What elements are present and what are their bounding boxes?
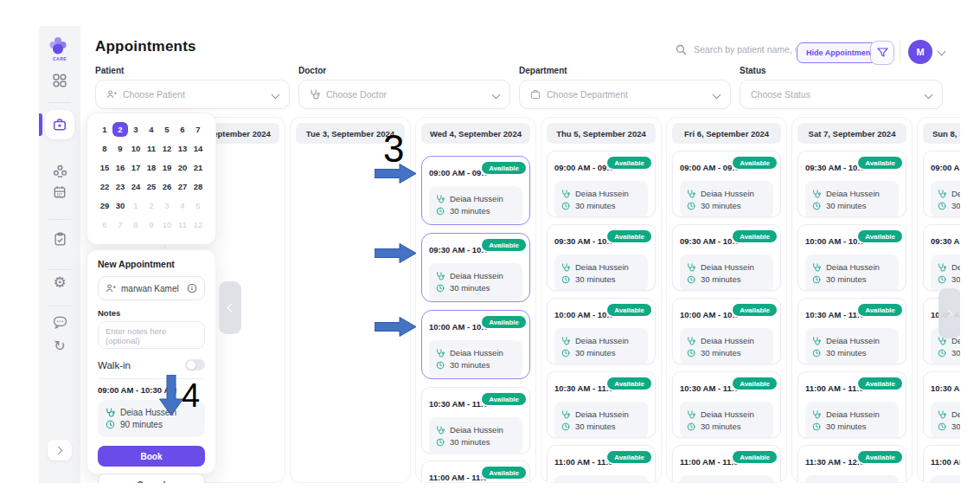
appointment-slot-card[interactable]: 09:30 AM - 10:00 AM Available Deiaa Huss… [797,151,906,217]
appointment-slot-card[interactable]: 10:00 AM - 10:30 AM Available Deiaa Huss… [547,298,656,364]
calendar-day[interactable]: 4 [175,198,190,213]
appointment-slot-card[interactable]: 11:00 AM - 11:30 AM Available Deiaa Huss… [923,445,960,483]
slot-info: Deiaa Hussein 30 minutes [931,254,960,291]
appointment-slot-card[interactable]: 11:00 AM - 11:30 AM Available Deiaa Huss… [421,461,530,483]
appointment-slot-card[interactable]: 10:00 AM - 10:30 AM Available Deiaa Huss… [421,310,530,379]
clock-icon [561,275,570,284]
calendar-day[interactable]: 16 [112,160,128,175]
calendar-day[interactable]: 8 [97,141,112,156]
calendar-day[interactable]: 14 [190,141,206,156]
calendar-day[interactable]: 22 [97,179,112,194]
book-button[interactable]: Book [98,446,205,467]
calendar-day[interactable]: 18 [144,160,159,175]
calendar-day[interactable]: 3 [128,122,144,137]
calendar-day[interactable]: 10 [128,141,144,156]
calendar-day[interactable]: 5 [190,198,206,213]
calendar-day[interactable]: 13 [175,141,190,156]
sidebar-item-appointments[interactable] [45,110,74,139]
filter-button[interactable] [870,41,894,65]
calendar-day[interactable]: 20 [175,160,190,175]
calendar-day[interactable]: 27 [175,179,190,194]
sidebar-expand-button[interactable] [48,440,72,461]
calendar-day[interactable]: 9 [112,141,128,156]
appointment-slot-card[interactable]: 10:30 AM - 11:00 AM Available Deiaa Huss… [797,298,906,364]
slot-status-badge: Available [482,162,526,174]
slot-doctor: Deiaa Hussein [701,409,754,419]
filter-select-patient[interactable]: Choose Patient [95,80,290,109]
appointment-slot-card[interactable]: 09:00 AM - 09:30 AM Available Deiaa Huss… [923,151,960,217]
sidebar-item-dashboard[interactable] [39,74,80,87]
appointment-slot-card[interactable]: 11:00 AM - 11:30 AM Available Deiaa Huss… [547,445,656,483]
sidebar-item-settings[interactable]: ⚙ [39,275,80,290]
calendar-day[interactable]: 15 [97,160,112,175]
patient-name-field[interactable]: marwan Kamel dieaa [98,276,205,300]
calendar-day[interactable]: 21 [190,160,206,175]
appointment-slot-card[interactable]: 09:30 AM - 10:00 AM Available Deiaa Huss… [672,224,781,291]
appointment-slot-card[interactable]: 09:30 AM - 10:00 AM Available Deiaa Huss… [547,224,656,291]
calendar-day[interactable]: 17 [128,160,144,175]
appointment-slot-card[interactable]: 09:30 AM - 10:00 AM Available Deiaa Huss… [421,233,530,302]
search-input[interactable] [692,43,797,55]
appointment-slot-card[interactable]: 10:30 AM - 11:00 AM Available Deiaa Huss… [923,371,960,438]
calendar-day[interactable]: 6 [175,122,190,137]
calendar-day[interactable]: 7 [190,122,206,137]
calendar-day[interactable]: 12 [159,141,175,156]
sidebar-item-reports[interactable] [39,232,80,246]
clock-icon [812,275,821,284]
calendar-day[interactable]: 10 [159,217,175,232]
filter-select-department[interactable]: Choose Department [519,80,731,109]
sidebar-item-refresh[interactable]: ↻ [39,339,80,353]
calendar-day-selected[interactable]: 2 [112,122,128,137]
calendar-day[interactable]: 5 [159,122,175,137]
slot-doctor: Deiaa Hussein [951,262,960,272]
calendar-day[interactable]: 2 [144,198,159,213]
appointment-slot-card[interactable]: 09:00 AM - 09:30 AM Available Deiaa Huss… [421,156,530,225]
calendar-day[interactable]: 11 [144,141,159,156]
calendar-day[interactable]: 6 [97,217,112,232]
calendar-day[interactable]: 29 [97,198,112,213]
chevron-down-icon[interactable] [938,48,946,56]
calendar-day[interactable]: 9 [144,217,159,232]
app-logo[interactable]: CARE [47,36,73,66]
calendar-day[interactable]: 11 [175,217,190,232]
appointment-slot-card[interactable]: 09:30 AM - 10:00 AM Available Deiaa Huss… [923,224,960,291]
search-box[interactable] [676,43,797,55]
appointment-slot-card[interactable]: 09:00 AM - 09:30 AM Available Deiaa Huss… [672,151,781,217]
calendar-day[interactable]: 8 [128,217,144,232]
calendar-day[interactable]: 30 [112,198,128,213]
walkin-toggle[interactable] [185,359,205,370]
calendar-day[interactable]: 12 [190,217,206,232]
filter-select-status[interactable]: Choose Status [740,80,943,109]
appointment-slot-card[interactable]: 11:00 AM - 11:30 AM Available Deiaa Huss… [672,445,781,483]
calendar-day[interactable]: 1 [128,198,144,213]
sidebar-item-schedule[interactable] [39,185,80,199]
appointment-slot-card[interactable]: 11:00 AM - 11:30 AM Available Deiaa Huss… [797,371,906,438]
sidebar-item-messages[interactable] [39,316,80,329]
appointment-slot-card[interactable]: 10:00 AM - 10:30 AM Available Deiaa Huss… [797,224,906,291]
scroll-right-handle[interactable] [938,288,960,338]
calendar-day[interactable]: 28 [190,179,206,194]
appointment-slot-card[interactable]: 09:00 AM - 09:30 AM Available Deiaa Huss… [547,151,656,217]
calendar-day[interactable]: 3 [159,198,175,213]
cancel-button[interactable]: Cancel [98,473,205,483]
appointment-slot-card[interactable]: 10:30 AM - 11:00 AM Available Deiaa Huss… [672,371,781,438]
appointment-slot-card[interactable]: 10:30 AM - 11:00 AM Available Deiaa Huss… [547,371,656,438]
collapse-panel-handle[interactable] [219,281,241,334]
info-icon[interactable] [187,283,197,293]
calendar-day[interactable]: 25 [144,179,159,194]
calendar-day[interactable]: 4 [144,122,159,137]
notes-input[interactable] [98,321,205,349]
avatar[interactable]: M [908,40,932,64]
appointment-slot-card[interactable]: 10:30 AM - 11:00 AM Available Deiaa Huss… [421,387,530,454]
filter-select-doctor[interactable]: Choose Doctor [298,80,510,109]
calendar-day[interactable]: 23 [112,179,128,194]
slot-info: Deiaa Hussein 30 minutes [931,181,960,217]
calendar-day[interactable]: 24 [128,179,144,194]
appointment-slot-card[interactable]: 10:00 AM - 10:30 AM Available Deiaa Huss… [672,298,781,364]
calendar-day[interactable]: 26 [159,179,175,194]
calendar-day[interactable]: 1 [97,122,112,137]
sidebar-item-staff[interactable] [39,164,80,178]
calendar-day[interactable]: 7 [112,217,128,232]
calendar-day[interactable]: 19 [159,160,175,175]
appointment-slot-card[interactable]: 11:30 AM - 12:00 PM Available Deiaa Huss… [797,445,906,483]
